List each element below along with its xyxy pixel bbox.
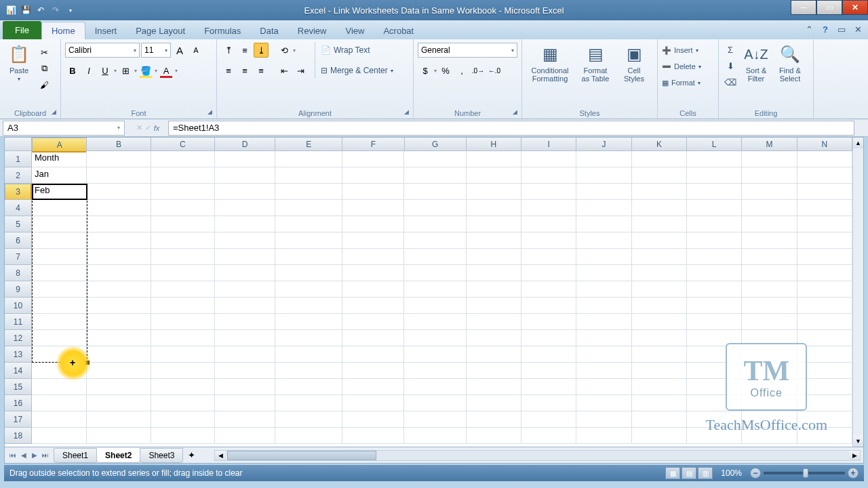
- cell-H17[interactable]: [467, 411, 521, 428]
- cell-L9[interactable]: [687, 281, 742, 298]
- cell-C15[interactable]: [151, 379, 215, 395]
- cell-M5[interactable]: [742, 216, 797, 232]
- cell-E4[interactable]: [275, 200, 342, 216]
- cell-M3[interactable]: [742, 184, 797, 200]
- row-header-4[interactable]: 4: [5, 200, 32, 216]
- cell-C2[interactable]: [151, 167, 215, 184]
- fx-icon[interactable]: fx: [154, 124, 160, 132]
- cell-N16[interactable]: [797, 395, 852, 411]
- cell-L13[interactable]: [687, 346, 742, 363]
- cell-A17[interactable]: [32, 411, 87, 428]
- cell-C4[interactable]: [151, 200, 215, 216]
- cell-K2[interactable]: [632, 167, 687, 184]
- cell-C17[interactable]: [151, 411, 215, 428]
- cancel-formula-icon[interactable]: ✕: [136, 123, 142, 132]
- cell-H2[interactable]: [467, 167, 521, 184]
- cell-D12[interactable]: [215, 330, 275, 346]
- cell-A7[interactable]: [32, 249, 87, 265]
- cell-C14[interactable]: [151, 363, 215, 379]
- cell-K4[interactable]: [632, 200, 687, 216]
- cell-J7[interactable]: [576, 249, 631, 265]
- cell-C13[interactable]: [151, 346, 215, 363]
- cell-F16[interactable]: [342, 395, 404, 411]
- cell-B12[interactable]: [87, 330, 151, 346]
- zoom-out-button[interactable]: −: [750, 468, 761, 479]
- scroll-down-icon[interactable]: ▼: [853, 436, 863, 447]
- cell-I8[interactable]: [521, 265, 576, 281]
- clipboard-dialog-icon[interactable]: ◢: [50, 108, 58, 116]
- cell-I6[interactable]: [521, 232, 576, 249]
- cell-E15[interactable]: [275, 379, 342, 395]
- cell-J14[interactable]: [576, 363, 631, 379]
- row-header-18[interactable]: 18: [5, 428, 32, 444]
- cell-A12[interactable]: [32, 330, 87, 346]
- cell-L15[interactable]: [687, 379, 742, 395]
- new-sheet-icon[interactable]: ✦: [182, 450, 201, 460]
- cell-B8[interactable]: [87, 265, 151, 281]
- cell-E18[interactable]: [275, 428, 342, 444]
- cell-F10[interactable]: [342, 298, 404, 314]
- cell-K18[interactable]: [632, 428, 687, 444]
- cell-D11[interactable]: [215, 314, 275, 330]
- font-color-icon[interactable]: A: [159, 63, 174, 78]
- cell-H13[interactable]: [467, 346, 521, 363]
- cell-L3[interactable]: [687, 184, 742, 200]
- cell-L11[interactable]: [687, 314, 742, 330]
- cell-G4[interactable]: [404, 200, 466, 216]
- grow-font-icon[interactable]: A: [172, 43, 187, 58]
- cell-J9[interactable]: [576, 281, 631, 298]
- cell-M8[interactable]: [742, 265, 797, 281]
- italic-button[interactable]: I: [81, 63, 96, 78]
- cell-H18[interactable]: [467, 428, 521, 444]
- prev-sheet-icon[interactable]: ◀: [18, 449, 29, 462]
- align-bottom-icon[interactable]: ⤓: [254, 43, 269, 58]
- cell-B4[interactable]: [87, 200, 151, 216]
- cell-A10[interactable]: [32, 298, 87, 314]
- cell-L17[interactable]: [687, 411, 742, 428]
- cell-J8[interactable]: [576, 265, 631, 281]
- cell-D17[interactable]: [215, 411, 275, 428]
- cell-D18[interactable]: [215, 428, 275, 444]
- cell-G14[interactable]: [404, 363, 466, 379]
- cell-L10[interactable]: [687, 298, 742, 314]
- cell-A9[interactable]: [32, 281, 87, 298]
- cell-I1[interactable]: [521, 151, 576, 167]
- cell-F15[interactable]: [342, 379, 404, 395]
- cell-C9[interactable]: [151, 281, 215, 298]
- cell-F6[interactable]: [342, 232, 404, 249]
- cell-H3[interactable]: [467, 184, 521, 200]
- wrap-text-button[interactable]: 📄Wrap Text: [321, 42, 393, 58]
- cells-area[interactable]: MonthJanFeb: [32, 151, 852, 447]
- cell-G13[interactable]: [404, 346, 466, 363]
- cell-G1[interactable]: [404, 151, 466, 167]
- minimize-button[interactable]: ─: [791, 0, 816, 15]
- cell-D10[interactable]: [215, 298, 275, 314]
- cell-D6[interactable]: [215, 232, 275, 249]
- cell-D8[interactable]: [215, 265, 275, 281]
- col-header-H[interactable]: H: [467, 138, 521, 151]
- format-as-table-button[interactable]: ▤Format as Table: [575, 42, 616, 84]
- col-header-C[interactable]: C: [151, 138, 215, 151]
- cell-J10[interactable]: [576, 298, 631, 314]
- cell-styles-button[interactable]: ▣Cell Styles: [617, 42, 651, 84]
- decrease-decimal-icon[interactable]: ←.0: [487, 63, 502, 78]
- scroll-thumb[interactable]: [227, 451, 376, 460]
- zoom-slider[interactable]: [764, 472, 845, 474]
- shrink-font-icon[interactable]: A: [189, 43, 203, 58]
- cell-E9[interactable]: [275, 281, 342, 298]
- row-header-1[interactable]: 1: [5, 151, 32, 167]
- cell-C1[interactable]: [151, 151, 215, 167]
- cell-J15[interactable]: [576, 379, 631, 395]
- cell-M10[interactable]: [742, 298, 797, 314]
- cell-C5[interactable]: [151, 216, 215, 232]
- cell-B17[interactable]: [87, 411, 151, 428]
- cell-E17[interactable]: [275, 411, 342, 428]
- cell-K12[interactable]: [632, 330, 687, 346]
- font-size-select[interactable]: 11▾: [141, 43, 171, 58]
- cell-F4[interactable]: [342, 200, 404, 216]
- help-icon[interactable]: ?: [819, 23, 831, 35]
- insert-cells-button[interactable]: ➕Insert▾: [662, 42, 714, 58]
- cell-G11[interactable]: [404, 314, 466, 330]
- row-header-8[interactable]: 8: [5, 265, 32, 281]
- cell-K7[interactable]: [632, 249, 687, 265]
